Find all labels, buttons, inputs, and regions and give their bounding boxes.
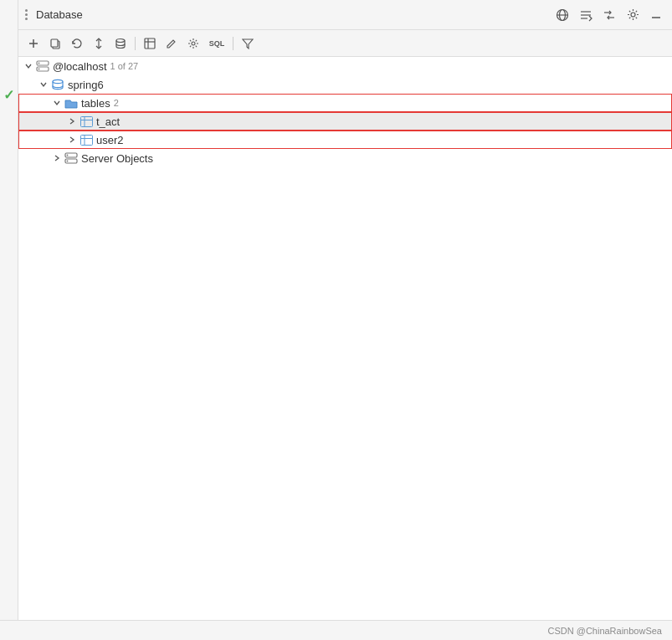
- title-bar: Database: [18, 0, 672, 30]
- sql-button[interactable]: SQL: [205, 33, 228, 54]
- expand-localhost[interactable]: [22, 59, 35, 73]
- toolbar-separator-2: [233, 37, 233, 50]
- database-button[interactable]: [110, 33, 131, 54]
- status-text: CSDN @ChinaRainbowSea: [547, 626, 662, 636]
- svg-point-25: [53, 79, 63, 83]
- spring6-label: spring6: [68, 79, 104, 91]
- expand-t-act[interactable]: [65, 115, 79, 128]
- left-check-strip: ✓: [0, 0, 18, 640]
- expand-user2[interactable]: [65, 133, 79, 146]
- svg-point-8: [631, 13, 635, 17]
- localhost-label: @localhost: [53, 60, 107, 73]
- svg-point-35: [67, 161, 69, 162]
- user2-label: user2: [96, 134, 124, 146]
- toolbar: SQL: [18, 30, 672, 57]
- tables-label: tables: [81, 97, 110, 110]
- folder-icon: [64, 96, 79, 110]
- copy-button[interactable]: [45, 33, 65, 54]
- svg-rect-13: [51, 39, 58, 47]
- expand-server-objects[interactable]: [50, 151, 64, 165]
- title-actions: [553, 6, 665, 24]
- svg-point-22: [38, 63, 40, 64]
- tree-item-tables[interactable]: tables 2: [18, 94, 672, 112]
- main-content: Database: [18, 0, 672, 620]
- svg-point-24: [38, 69, 40, 70]
- svg-marker-20: [243, 39, 253, 49]
- schema-sync-button[interactable]: [89, 33, 109, 54]
- filter-button[interactable]: [238, 33, 258, 54]
- localhost-badge: 1 of 27: [110, 61, 139, 71]
- drag-handle: [25, 9, 28, 20]
- server-icon: [35, 59, 50, 73]
- config-button[interactable]: [183, 33, 203, 54]
- server-objects-label: Server Objects: [81, 152, 153, 165]
- tree-item-user2[interactable]: user2: [18, 131, 672, 149]
- sql-label: SQL: [209, 39, 225, 48]
- check-mark: ✓: [3, 87, 14, 103]
- tree-item-localhost[interactable]: @localhost 1 of 27: [18, 57, 672, 75]
- svg-rect-29: [80, 135, 92, 145]
- refresh-button[interactable]: [67, 33, 87, 54]
- database-icon: [50, 78, 65, 91]
- t-act-label: t_act: [96, 115, 120, 128]
- panel-title: Database: [36, 8, 553, 21]
- tree-item-server-objects[interactable]: Server Objects: [18, 149, 672, 167]
- minimize-button[interactable]: [647, 6, 665, 24]
- table-user2-icon: [79, 133, 94, 146]
- table-icon-button[interactable]: [140, 33, 160, 54]
- sort-lines-button[interactable]: [577, 6, 595, 24]
- main-container: ✓ Database: [0, 0, 672, 640]
- svg-rect-16: [145, 38, 155, 49]
- expand-spring6[interactable]: [37, 78, 50, 91]
- globe-button[interactable]: [553, 6, 572, 24]
- add-button[interactable]: [23, 33, 44, 54]
- svg-point-33: [67, 155, 69, 156]
- gear-button[interactable]: [623, 6, 642, 24]
- arrows-button[interactable]: [600, 6, 618, 24]
- toolbar-separator-1: [135, 37, 136, 50]
- svg-rect-26: [80, 116, 92, 126]
- edit-button[interactable]: [162, 33, 182, 54]
- tree-panel[interactable]: @localhost 1 of 27 spring6: [18, 57, 672, 620]
- status-bar: CSDN @ChinaRainbowSea: [0, 620, 672, 640]
- tables-count: 2: [114, 98, 119, 108]
- tree-item-spring6[interactable]: spring6: [18, 75, 672, 94]
- server-objects-icon: [64, 151, 79, 165]
- table-t-act-icon: [79, 115, 94, 128]
- expand-tables[interactable]: [50, 96, 64, 110]
- tree-item-t-act[interactable]: t_act: [18, 112, 672, 131]
- svg-point-15: [116, 38, 125, 42]
- svg-point-19: [192, 42, 195, 45]
